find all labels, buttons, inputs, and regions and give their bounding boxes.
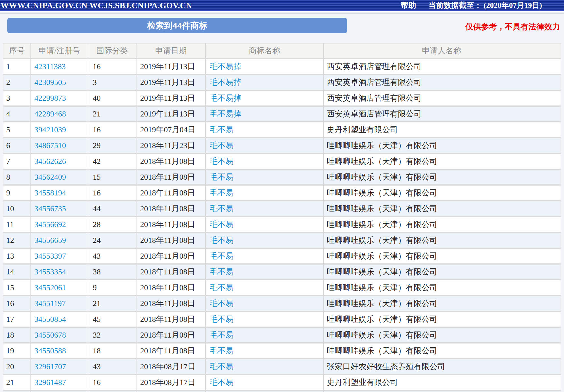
column-header-registration-no: 申请/注册号 <box>31 43 88 58</box>
table-row: 15 34552061 9 2018年11月08日 毛不易 哇唧唧哇娱乐（天津）… <box>3 279 561 295</box>
trademark-name-link[interactable]: 毛不易 <box>210 140 233 151</box>
cell-registration-no: 34550588 <box>31 343 88 358</box>
registration-number-link[interactable]: 34556659 <box>34 236 66 245</box>
trademark-name-link[interactable]: 毛不易 <box>210 203 233 214</box>
cell-registration-no: 34550854 <box>31 312 88 327</box>
cell-intl-class: 42 <box>88 154 136 169</box>
registration-number-link[interactable]: 39421039 <box>34 125 66 134</box>
trademark-name-link[interactable]: 毛不易 <box>210 235 233 246</box>
registration-number-link[interactable]: 34556692 <box>34 220 66 229</box>
cell-application-date: 2019年11月13日 <box>136 59 206 74</box>
cell-registration-no: 42289468 <box>31 107 88 121</box>
trademark-name-link[interactable]: 毛不易 <box>210 156 233 167</box>
registration-number-link[interactable]: 34553397 <box>34 252 66 261</box>
cell-trademark-name: 毛不易掉 <box>206 75 324 90</box>
cell-intl-class: 16 <box>88 122 136 137</box>
registration-number-link[interactable]: 34558194 <box>34 188 66 197</box>
trademark-name-link[interactable]: 毛不易掉 <box>210 61 241 72</box>
registration-number-link[interactable]: 34550854 <box>34 315 66 324</box>
trademark-name-link[interactable]: 毛不易 <box>210 377 233 388</box>
registration-number-link[interactable]: 34550678 <box>34 331 66 340</box>
registration-number-link[interactable]: 34556735 <box>34 204 66 213</box>
table-row: 13 34553397 43 2018年11月08日 毛不易 哇唧唧哇娱乐（天津… <box>3 248 561 263</box>
trademark-name-link[interactable]: 毛不易掉 <box>210 77 241 88</box>
table-row: 8 34562409 15 2018年11月08日 毛不易 哇唧唧哇娱乐（天津）… <box>3 169 561 184</box>
cell-application-date: 2018年11月08日 <box>136 280 206 295</box>
cell-row-index: 12 <box>3 233 31 248</box>
table-body: 1 42311383 16 2019年11月13日 毛不易掉 西安英卓酒店管理有… <box>3 58 561 392</box>
cell-applicant-name: 哇唧唧哇娱乐（天津）有限公司 <box>324 154 559 169</box>
cell-application-date: 2018年11月08日 <box>136 328 206 342</box>
trademark-name-link[interactable]: 毛不易 <box>210 219 233 230</box>
trademark-name-link[interactable]: 毛不易 <box>210 361 233 372</box>
trademark-name-link[interactable]: 毛不易 <box>210 330 233 340</box>
table-row: 21 32961487 16 2018年08月17日 毛不易 史丹利塑业有限公司 <box>3 374 561 390</box>
trademark-name-link[interactable]: 毛不易 <box>210 251 233 261</box>
cell-trademark-name: 毛不易掉 <box>206 91 324 105</box>
cell-application-date: 2018年11月08日 <box>136 233 206 248</box>
cell-intl-class: 24 <box>88 233 136 248</box>
trademark-results-table: 序号 申请/注册号 国际分类 申请日期 商标名称 申请人名称 1 4231138… <box>3 43 561 392</box>
registration-number-link[interactable]: 34562626 <box>34 157 66 166</box>
trademark-name-link[interactable]: 毛不易 <box>210 172 233 182</box>
cell-applicant-name: 史丹利塑业有限公司 <box>324 122 559 137</box>
registration-number-link[interactable]: 34553354 <box>34 267 66 276</box>
cell-intl-class: 45 <box>88 312 136 327</box>
cell-row-index: 13 <box>3 249 31 263</box>
trademark-name-link[interactable]: 毛不易 <box>210 124 233 135</box>
cell-trademark-name: 毛不易 <box>206 328 324 342</box>
cell-applicant-name: 哇唧唧哇娱乐（天津）有限公司 <box>324 312 559 327</box>
cell-applicant-name: 哇唧唧哇娱乐（天津）有限公司 <box>324 296 559 311</box>
cell-registration-no: 34550678 <box>31 328 88 342</box>
registration-number-link[interactable]: 42309505 <box>34 78 66 87</box>
cell-applicant-name: 哇唧唧哇娱乐（天津）有限公司 <box>324 265 559 279</box>
help-link[interactable]: 帮助 <box>401 0 416 10</box>
cell-application-date: 2018年11月08日 <box>136 186 206 200</box>
cell-registration-no: 34552061 <box>31 280 88 295</box>
cell-registration-no: 34553397 <box>31 249 88 263</box>
cell-trademark-name: 毛不易 <box>206 280 324 295</box>
top-bar: WWW.CNIPA.GOV.CN WCJS.SBJ.CNIPA.GOV.CN 帮… <box>0 0 564 12</box>
cell-intl-class: 16 <box>88 186 136 200</box>
registration-number-link[interactable]: 42311383 <box>34 62 66 71</box>
trademark-name-link[interactable]: 毛不易 <box>210 298 233 309</box>
cell-applicant-name: 哇唧唧哇娱乐（天津）有限公司 <box>324 280 559 295</box>
registration-number-link[interactable]: 34550588 <box>34 346 66 355</box>
cell-trademark-name: 毛不易 <box>206 233 324 248</box>
cell-applicant-name: 张家口好农好牧生态养殖有限公司 <box>324 359 559 374</box>
cell-intl-class: 43 <box>88 359 136 374</box>
cell-application-date: 2018年11月23日 <box>136 138 206 153</box>
table-row: 4 42289468 21 2019年11月13日 毛不易掉 西安英卓酒店管理有… <box>3 105 561 121</box>
registration-number-link[interactable]: 34867510 <box>34 141 66 150</box>
trademark-name-link[interactable]: 毛不易掉 <box>210 109 241 119</box>
trademark-name-link[interactable]: 毛不易 <box>210 345 233 356</box>
registration-number-link[interactable]: 34551197 <box>34 299 66 308</box>
cell-row-index <box>3 391 31 392</box>
cell-applicant-name: 西安英卓酒店管理有限公司 <box>324 75 559 90</box>
cell-row-index: 3 <box>3 91 31 105</box>
cell-registration-no: 34551197 <box>31 296 88 311</box>
site-url-text: WWW.CNIPA.GOV.CN WCJS.SBJ.CNIPA.GOV.CN <box>1 1 192 10</box>
registration-number-link[interactable]: 42289468 <box>34 109 66 118</box>
cell-row-index: 2 <box>3 75 31 90</box>
cell-row-index: 14 <box>3 265 31 279</box>
registration-number-link[interactable]: 34562409 <box>34 173 66 182</box>
cell-applicant-name: 哇唧唧哇娱乐（天津）有限公司 <box>324 138 559 153</box>
cell-trademark-name: 毛不易 <box>206 154 324 169</box>
trademark-name-link[interactable]: 毛不易 <box>210 314 233 325</box>
search-result-count-button[interactable]: 检索到44件商标 <box>7 18 347 33</box>
trademark-name-link[interactable]: 毛不易 <box>210 282 233 293</box>
registration-number-link[interactable]: 32961487 <box>34 378 66 387</box>
cell-intl-class: 21 <box>88 296 136 311</box>
trademark-name-link[interactable]: 毛不易掉 <box>210 93 241 103</box>
registration-number-link[interactable]: 32961707 <box>34 362 66 371</box>
table-row: 1 42311383 16 2019年11月13日 毛不易掉 西安英卓酒店管理有… <box>3 58 561 74</box>
trademark-name-link[interactable]: 毛不易 <box>210 267 233 277</box>
registration-number-link[interactable]: 34552061 <box>34 283 66 292</box>
registration-number-link[interactable]: 42299873 <box>34 94 66 103</box>
cell-application-date: 2019年07月04日 <box>136 122 206 137</box>
cell-trademark-name: 毛不易 <box>206 343 324 358</box>
table-row: 12 34556659 24 2018年11月08日 毛不易 哇唧唧哇娱乐（天津… <box>3 232 561 248</box>
trademark-name-link[interactable]: 毛不易 <box>210 188 233 198</box>
cell-row-index: 19 <box>3 343 31 358</box>
